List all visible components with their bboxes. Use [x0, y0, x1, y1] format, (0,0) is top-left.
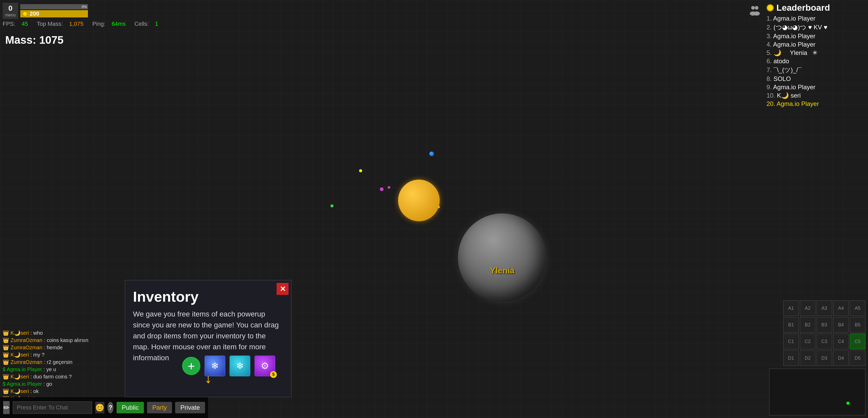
chat-msg-2: 👑 ZumraOzman : coins kasıp alırsın [3, 337, 127, 344]
leaderboard-title: Leaderboard [776, 3, 830, 13]
svg-point-3 [753, 11, 760, 16]
blue-item-icon: ❄ [211, 360, 219, 371]
player-score: 0 [8, 4, 12, 12]
xp-bar-container: 0% 200 [20, 4, 88, 18]
purple-item-icon: ⚙ [261, 360, 269, 371]
grid-cell-b1: B1 [783, 317, 799, 333]
lb-entry-20: 20. Agma.io Player [767, 100, 865, 108]
svg-point-0 [751, 6, 755, 10]
fps-label: FPS: [3, 21, 16, 27]
grid-cell-c2: C2 [800, 334, 815, 349]
leaderboard-coin-icon [767, 4, 774, 11]
chat-input[interactable] [13, 401, 92, 414]
xp-bar: 0% [20, 4, 88, 9]
svg-point-1 [755, 6, 758, 10]
chat-msg-9: 👑 K🌙seri : ok [3, 388, 127, 395]
lb-entry-8: 8. SOLO [767, 75, 865, 83]
cells-value: 1 [155, 21, 158, 27]
inventory-item-cyan[interactable]: ❄ [229, 356, 250, 376]
inventory-items: + ❄ ❄ ⚙ 5 [182, 356, 275, 376]
minimap [769, 368, 865, 415]
fps-value: 45 [22, 21, 28, 27]
ping-label: Ping: [92, 21, 105, 27]
lb-entry-10: 10. K🌙 seri [767, 92, 865, 99]
grid-cell-c3: C3 [816, 334, 832, 349]
grid-cell-a3: A3 [816, 300, 832, 316]
inventory-panel: ✕ Inventory We gave you free items of ea… [125, 280, 291, 397]
menu-button[interactable]: 0 menu [3, 3, 18, 19]
add-inventory-button[interactable]: + [182, 357, 200, 375]
grid-cell-b5: B5 [850, 317, 865, 333]
inventory-item-blue[interactable]: ❄ [205, 356, 225, 376]
chat-msg-10: 👑 K🌙seri : ty [3, 395, 127, 397]
cyan-item-icon: ❄ [236, 360, 244, 371]
lb-entry-7: 7. ¯\_(ツ)_/¯ [767, 66, 865, 74]
cells-label: Cells: [134, 21, 149, 27]
chat-box: 👑 K🌙seri : who 👑 ZumraOzman : coins kası… [3, 329, 127, 397]
chat-msg-6: $ Agma.io Player : ye u [3, 366, 127, 373]
hud-row1: 0 menu 0% 200 [3, 3, 158, 19]
lb-entry-9: 9. Agma.io Player [767, 84, 865, 91]
grid-cell-b3: B3 [816, 317, 832, 333]
lb-entry-5: 5. 🌙 Ylenia ✳ [767, 49, 865, 57]
hud-stats: FPS: 45 Top Mass: 1,075 Ping: 64ms Cells… [3, 21, 158, 27]
lb-entry-1: 1. Agma.io Player [767, 15, 865, 22]
people-icon[interactable] [748, 4, 761, 17]
chat-msg-4: 👑 K🌙seri : my ? [3, 351, 127, 358]
chat-msg-5: 👑 ZumraOzman : r2 geçersin [3, 359, 127, 365]
chat-msg-7: 👑 K🌙seri : duo farm coins ? [3, 373, 127, 380]
pencil-button[interactable]: ✏ [3, 401, 10, 414]
grid-cell-b4: B4 [833, 317, 849, 333]
inventory-description: We gave you free items of each powerup s… [133, 309, 283, 363]
top-hud: 0 menu 0% 200 FPS: 45 Top Mass: 1,075 Pi… [3, 3, 158, 27]
grid-cell-d4: D4 [833, 350, 849, 366]
chat-msg-1: 👑 K🌙seri : who [3, 329, 127, 336]
topmass-value: 1,075 [69, 21, 84, 27]
minimap-player-dot [846, 401, 849, 405]
inventory-title: Inventory [133, 288, 283, 305]
lb-entry-3: 3. Agma.io Player [767, 33, 865, 40]
coin-bar: 200 [20, 10, 88, 18]
grid-cell-a5: A5 [850, 300, 865, 316]
help-button[interactable]: ? [107, 402, 113, 413]
grid-cell-d1: D1 [783, 350, 799, 366]
lb-entry-6: 6. atodo [767, 58, 865, 65]
grid-cell-a2: A2 [800, 300, 815, 316]
right-grid: A1 A2 A3 A4 A5 B1 B2 B3 B4 B5 C1 C2 C3 C… [783, 300, 865, 366]
leaderboard-header: Leaderboard [767, 3, 865, 13]
chat-msg-8: $ Agma.io Player : go [3, 381, 127, 387]
lb-entry-4: 4. Agma.io Player [767, 41, 865, 48]
grid-cell-c5: C5 [850, 334, 865, 349]
inventory-close-button[interactable]: ✕ [277, 283, 288, 295]
chat-msg-3: 👑 ZumraOzman : hemde [3, 344, 127, 351]
coin-icon [22, 11, 28, 17]
party-button[interactable]: Party [147, 402, 172, 413]
grid-cell-a4: A4 [833, 300, 849, 316]
leaderboard-list: 1. Agma.io Player 2. (つ◕ω◕)つ ♥ KV ♥ 3. A… [767, 15, 865, 108]
grid-cell-c4: C4 [833, 334, 849, 349]
grid-cell-d5: D5 [850, 350, 865, 366]
lb-entry-2: 2. (つ◕ω◕)つ ♥ KV ♥ [767, 23, 865, 31]
mass-display: Mass: 1075 [5, 34, 63, 46]
private-button[interactable]: Private [175, 402, 205, 413]
bottom-bar: ✏ 😊 ? Public Party Private [0, 397, 208, 418]
grid-cell-c1: C1 [783, 334, 799, 349]
leaderboard: Leaderboard 1. Agma.io Player 2. (つ◕ω◕)つ… [767, 3, 865, 108]
grid-cell-d3: D3 [816, 350, 832, 366]
inventory-item-purple[interactable]: ⚙ 5 [254, 356, 275, 376]
grid-cell-b2: B2 [800, 317, 815, 333]
emoji-button[interactable]: 😊 [95, 402, 104, 413]
coin-value: 200 [30, 10, 39, 17]
public-button[interactable]: Public [117, 402, 144, 413]
grid-cell-d2: D2 [800, 350, 815, 366]
topmass-label: Top Mass: [37, 21, 63, 27]
ping-value: 64ms [112, 21, 126, 27]
menu-label: menu [5, 13, 16, 18]
grid-cell-a1: A1 [783, 300, 799, 316]
inventory-item-badge: 5 [270, 371, 277, 378]
xp-percent: 0% [82, 5, 87, 9]
